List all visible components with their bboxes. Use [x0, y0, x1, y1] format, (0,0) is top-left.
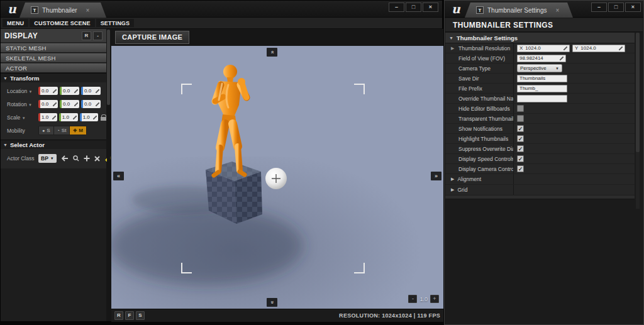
location-x-field[interactable]: 0.0: [38, 87, 58, 95]
close-button[interactable]: ×: [625, 3, 641, 12]
sidebar-scrollbar[interactable]: [107, 29, 110, 321]
zoom-in-button[interactable]: +: [430, 295, 439, 303]
hotkey-f-button[interactable]: F: [125, 311, 134, 320]
actor-class-dropdown[interactable]: BP▼: [38, 154, 57, 163]
location-z-field[interactable]: 0.0: [81, 87, 101, 95]
rotation-y-field[interactable]: 0.0: [60, 100, 79, 108]
suppress-overwrite-checkbox[interactable]: [517, 145, 524, 152]
file-prefix-input[interactable]: [517, 85, 567, 92]
capture-image-button[interactable]: CAPTURE IMAGE: [115, 31, 189, 44]
prop-display-speed-controls: Display Speed Controls: [445, 154, 635, 164]
zoom-control: - 1.0 +: [408, 295, 439, 303]
prop-display-camera-controls: Display Camera Controls: [445, 164, 635, 174]
resolution-x-field[interactable]: X1024.0: [517, 45, 570, 52]
override-name-input[interactable]: [517, 95, 567, 102]
pan-right-button[interactable]: »: [431, 172, 441, 180]
section-static-mesh[interactable]: STATIC MESH: [1, 43, 106, 53]
hotkey-s-button[interactable]: S: [136, 311, 145, 320]
browse-icon[interactable]: [73, 155, 79, 162]
transform-header[interactable]: ▼ Transform: [1, 73, 106, 82]
actor-class-label: Actor Class: [7, 155, 38, 162]
viewport-scene[interactable]: » « » » - 1.0 +: [111, 46, 443, 309]
settings-scrollbar[interactable]: [636, 33, 640, 209]
menu-item-menu[interactable]: MENU: [3, 19, 28, 27]
reset-button[interactable]: R: [82, 31, 91, 40]
menu-item-customize-scene[interactable]: CUSTOMIZE SCENE: [30, 19, 94, 27]
maximize-button[interactable]: □: [406, 3, 421, 12]
zoom-out-button[interactable]: -: [408, 295, 417, 303]
add-icon[interactable]: [84, 155, 90, 162]
scale-z-field[interactable]: 1.0: [80, 113, 99, 121]
camera-target-sphere: [265, 168, 287, 189]
camera-type-dropdown[interactable]: Perspective▼: [517, 64, 562, 72]
back-arrow-icon[interactable]: [62, 155, 69, 162]
static-icon: ●: [42, 128, 45, 133]
hide-billboards-checkbox[interactable]: [517, 105, 524, 112]
display-speed-controls-checkbox[interactable]: [517, 155, 524, 162]
location-y-field[interactable]: 0.0: [60, 87, 79, 95]
minimize-button[interactable]: –: [591, 3, 607, 12]
settings-category-header[interactable]: ▼ Thumbnailer Settings: [445, 33, 635, 43]
hotkey-r-button[interactable]: R: [114, 311, 123, 320]
mobility-static-button[interactable]: ●S: [38, 126, 54, 135]
pan-up-button[interactable]: »: [267, 48, 277, 57]
drag-icon: [73, 116, 77, 119]
highlight-thumbnails-checkbox[interactable]: [517, 135, 524, 142]
mobility-stationary-button[interactable]: ◔St: [54, 126, 70, 135]
display-title: DISPLAY: [4, 31, 80, 40]
tab-close-icon[interactable]: ×: [86, 7, 90, 14]
menubar: MENU CUSTOMIZE SCENE SETTINGS: [1, 18, 442, 29]
prop-transparent-thumbnail: Transparent Thumbnail: [445, 114, 635, 124]
rotation-z-field[interactable]: 0.0: [81, 100, 101, 108]
pan-down-button[interactable]: »: [267, 298, 277, 307]
prop-camera-type: Camera Type Perspective▼: [445, 63, 635, 74]
prop-hide-editor-billboards: Hide Editor Billboards: [445, 104, 635, 114]
section-alignment[interactable]: ▶ Alignment: [445, 174, 635, 185]
display-camera-controls-checkbox[interactable]: [517, 165, 524, 172]
left-titlebar: u T Thumbnailer × – □ ×: [1, 1, 442, 18]
minimize-button[interactable]: –: [389, 3, 404, 12]
collapse-button[interactable]: -: [93, 31, 103, 40]
mobility-movable-button[interactable]: ✚M: [70, 126, 87, 135]
thumbnailer-settings-window: u T Thumbnailer Settings × – □ × THUMBNA…: [444, 0, 644, 325]
rotation-x-field[interactable]: 0.0: [38, 100, 58, 108]
lock-icon[interactable]: [101, 114, 106, 121]
scale-label: Scale: [7, 114, 20, 121]
transform-body: Location ▼ 0.0 0.0 0.0 Rotation ▼ 0.0 0.…: [1, 82, 106, 140]
scale-x-field[interactable]: 1.0: [38, 113, 57, 121]
section-skeletal-mesh[interactable]: SKELETAL MESH: [1, 53, 106, 63]
clear-icon[interactable]: [94, 156, 100, 162]
prop-thumbnail-resolution: ▶Thumbnail Resolution X1024.0 Y1024.0: [445, 43, 635, 53]
tab-thumbnailer[interactable]: T Thumbnailer ×: [19, 3, 106, 18]
prop-save-dir: Save Dir: [445, 74, 635, 84]
save-dir-input[interactable]: [517, 75, 567, 82]
drag-icon: [96, 89, 99, 93]
select-actor-header[interactable]: ▼ Select Actor: [1, 140, 106, 149]
drag-icon: [93, 116, 97, 119]
prop-show-notifications: Show Notifications: [445, 124, 635, 134]
menu-item-settings[interactable]: SETTINGS: [96, 19, 135, 27]
transparent-thumbnail-checkbox[interactable]: [517, 115, 524, 122]
scene-objects: [111, 46, 443, 309]
resolution-status: RESOLUTION: 1024x1024 | 119 FPS: [339, 312, 440, 319]
stationary-icon: ◔: [57, 128, 60, 133]
maximize-button[interactable]: □: [608, 3, 624, 12]
tab-label: Thumbnailer: [42, 7, 77, 14]
fov-field[interactable]: 98.982414: [517, 55, 566, 62]
scale-y-field[interactable]: 1.0: [59, 113, 78, 121]
tab-close-icon[interactable]: ×: [556, 7, 560, 14]
expanded-triangle-icon: ▼: [3, 76, 8, 80]
cube-shadow: [111, 207, 303, 285]
rotation-label: Rotation: [7, 101, 27, 107]
close-button[interactable]: ×: [423, 3, 438, 12]
tab-thumbnailer-settings[interactable]: T Thumbnailer Settings ×: [465, 3, 573, 18]
show-notifications-checkbox[interactable]: [517, 125, 524, 132]
section-grid[interactable]: ▶ Grid: [445, 185, 635, 196]
pan-left-button[interactable]: «: [113, 172, 124, 180]
section-actor[interactable]: ACTOR: [1, 63, 106, 73]
chevron-down-icon: ▼: [50, 157, 54, 160]
drag-icon: [74, 89, 78, 93]
display-sidebar: DISPLAY R - STATIC MESH SKELETAL MESH AC…: [1, 29, 106, 321]
prop-fov: Field of View (FOV) 98.982414: [445, 53, 635, 63]
resolution-y-field[interactable]: Y1024.0: [572, 45, 625, 52]
